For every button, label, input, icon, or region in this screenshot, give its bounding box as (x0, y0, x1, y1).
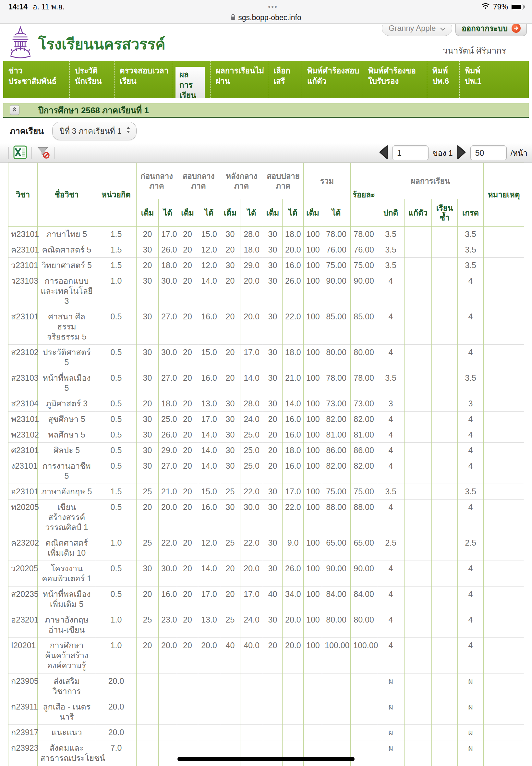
collapse-icon (12, 107, 17, 113)
col-header-subject-name: ชื่อวิชา (38, 163, 96, 226)
col-header-got: ได้ (198, 199, 220, 226)
grade-row: ว23101วิทยาศาสตร์ 51.52018.02012.03029.0… (8, 258, 524, 273)
nav-item-label: พิมพ์ ปพ.6 (432, 66, 449, 85)
nav-item-7[interactable]: พิมพ์คำร้องสอบแก้ตัว (302, 61, 363, 98)
status-time: 14:14 (8, 3, 28, 11)
grade-row: ส23102ประวัติศาสตร์ 50.53030.02015.02017… (8, 345, 524, 370)
grade-row: ว20205โครงงานคอมพิวเตอร์ 10.53030.02014.… (8, 561, 524, 587)
home-indicator[interactable] (177, 757, 355, 761)
school-logo (6, 26, 34, 60)
nav-item-1[interactable]: ข่าวประชาสัมพันธ์ (3, 61, 69, 98)
grade-row: ส23101ศาสนา ศีลธรรม จริยธรรม 50.53027.02… (8, 309, 524, 345)
main-nav: ข่าวประชาสัมพันธ์ประวัตินักเรียนตรวจสอบเ… (3, 61, 529, 98)
nav-item-label: ตรวจสอบเวลาเรียน (120, 66, 168, 85)
wifi-icon (481, 3, 490, 11)
toolbar-separator (31, 147, 32, 159)
grade-row: พ23102พลศึกษา 50.53026.02014.03025.02016… (8, 427, 524, 443)
grade-row: ท23101ภาษาไทย 51.52017.02015.03028.03018… (8, 226, 524, 242)
col-header-full: เต็ม (137, 199, 159, 226)
col-header-full: เต็ม (263, 199, 283, 226)
next-page-button[interactable] (457, 144, 466, 161)
collapse-button[interactable] (10, 105, 19, 115)
nav-item-9[interactable]: พิมพ์ ปพ.6 (427, 61, 459, 98)
logout-label: ออกจากระบบ (462, 24, 508, 35)
grade-row: ง23101การงานอาชีพ 50.53027.02014.03025.0… (8, 458, 524, 484)
grade-row: ค23202คณิตศาสตร์เพิ่มเติม 101.02522.0201… (8, 535, 524, 561)
logout-icon (512, 24, 521, 33)
col-group-midterm-exam: สอบกลางภาค (177, 163, 220, 199)
grade-row: ก23911ลูกเสือ - เนตรนารี20.0ผผ (8, 699, 524, 725)
toolbar-separator (8, 147, 9, 159)
nav-item-8[interactable]: พิมพ์คำร้องขอใบรับรอง (363, 61, 427, 98)
col-group-total: รวม (304, 163, 351, 199)
clear-filter-button[interactable] (36, 145, 51, 160)
grade-row: ท20205เขียนสร้างสรรค์วรรณศิลป์ 10.52020.… (8, 500, 524, 535)
status-date: อ. 11 พ.ย. (33, 1, 65, 13)
col-header-grade: เกรด (458, 199, 484, 226)
grade-row: ก23917แนะแนว20.0ผผ (8, 725, 524, 740)
url-domain: sgs.bopp-obec.info (238, 13, 301, 22)
grade-row: ส20235หน้าที่พลเมืองเพิ่มเติม 50.52016.0… (8, 587, 524, 612)
term-filter-label: ภาคเรียน (10, 124, 44, 138)
theme-select[interactable]: Granny Apple (382, 24, 452, 36)
battery-icon (511, 4, 524, 10)
col-header-got: ได้ (283, 199, 304, 226)
battery-percent: 79% (493, 3, 508, 11)
col-header-repeat: เรียนซ้ำ (432, 199, 458, 226)
grade-row: ก23905ส่งเสริมวิชาการ20.0ผผ (8, 674, 524, 699)
filter-off-icon (36, 145, 50, 160)
col-group-result: ผลการเรียน (377, 163, 484, 199)
col-group-after-midterm: หลังกลางภาค (220, 163, 263, 199)
grade-row: พ23101สุขศึกษา 50.53025.02017.03024.0201… (8, 412, 524, 427)
nav-item-2[interactable]: ประวัตินักเรียน (69, 61, 114, 98)
grade-row: ส23104ภูมิศาสตร์ 30.52018.02013.03028.03… (8, 396, 524, 412)
toolbar-separator (54, 147, 55, 159)
nav-item-4[interactable]: ผลการเรียน (172, 61, 210, 98)
col-header-subject: วิชา (8, 163, 38, 226)
col-header-normal: ปกติ (377, 199, 405, 226)
toolbar: ของ 1 /หน้า (0, 143, 532, 163)
grade-row: ว23103การออกแบบและเทคโนโลยี 31.03030.020… (8, 273, 524, 309)
col-header-full: เต็ม (177, 199, 198, 226)
nav-item-3[interactable]: ตรวจสอบเวลาเรียน (114, 61, 172, 98)
nav-item-label: เลือกเสรี (273, 66, 290, 85)
prev-page-button[interactable] (379, 144, 388, 161)
grade-row: ศ23101ศิลปะ 50.53029.02014.03025.02018.0… (8, 443, 524, 458)
lock-icon (231, 13, 236, 22)
nav-item-5[interactable]: ผลการเรียนไม่ผ่าน (210, 61, 268, 98)
url-bar[interactable]: sgs.bopp-obec.info (0, 12, 532, 23)
theme-select-value: Granny Apple (389, 24, 436, 33)
col-group-before-midterm: ก่อนกลางภาค (137, 163, 177, 199)
grade-row: I20201การศึกษาค้นคว้าสร้างองค์ความรู้1.0… (8, 638, 524, 674)
term-select[interactable]: ปีที่ 3 ภาคเรียนที่ 1 (52, 122, 137, 140)
grades-tbody: ท23101ภาษาไทย 51.52017.02015.03028.03018… (8, 226, 524, 766)
nav-item-label: พิมพ์คำร้องขอใบรับรอง (368, 66, 416, 85)
grade-row: ส23103หน้าที่พลเมือง 50.53027.02016.0201… (8, 370, 524, 396)
page-of-label: ของ 1 (432, 147, 453, 159)
site-header: โรงเรียนนครสวรรค์ Granny Apple ออกจากระบ… (0, 24, 532, 61)
status-bar: 14:14 อ. 11 พ.ย. ••• 79% (0, 0, 532, 12)
section-title: ปีการศึกษา 2568 ภาคเรียนที่ 1 (38, 103, 149, 117)
excel-export-icon (13, 145, 27, 160)
chevron-down-icon (440, 24, 445, 33)
handoff-dots-icon: ••• (268, 3, 278, 11)
col-header-got: ได้ (322, 199, 351, 226)
grades-table: วิชา ชื่อวิชา หน่วยกิต ก่อนกลางภาค สอบกล… (8, 163, 524, 766)
page-input[interactable] (392, 145, 429, 160)
excel-export-button[interactable] (13, 145, 28, 160)
col-header-got: ได้ (159, 199, 177, 226)
grade-row: ก23923สังคมและสาธารณประโยชน์7.0ผผ (8, 740, 524, 766)
nav-item-10[interactable]: พิมพ์ ปพ.1 (459, 61, 490, 98)
pagination: ของ 1 /หน้า (379, 144, 527, 161)
col-header-full: เต็ม (220, 199, 240, 226)
term-select-value: ปีที่ 3 ภาคเรียนที่ 1 (60, 125, 122, 137)
select-updown-icon (126, 126, 130, 135)
per-page-input[interactable] (470, 145, 507, 160)
nav-item-label: พิมพ์คำร้องสอบแก้ตัว (307, 66, 359, 85)
logout-button[interactable]: ออกจากระบบ (455, 24, 527, 36)
nav-item-6[interactable]: เลือกเสรี (268, 61, 302, 98)
nav-item-label: พิมพ์ ปพ.1 (465, 66, 481, 85)
col-header-percent: ร้อยละ (351, 163, 377, 226)
col-header-full: เต็ม (304, 199, 322, 226)
nav-item-label: ข่าวประชาสัมพันธ์ (8, 66, 56, 85)
